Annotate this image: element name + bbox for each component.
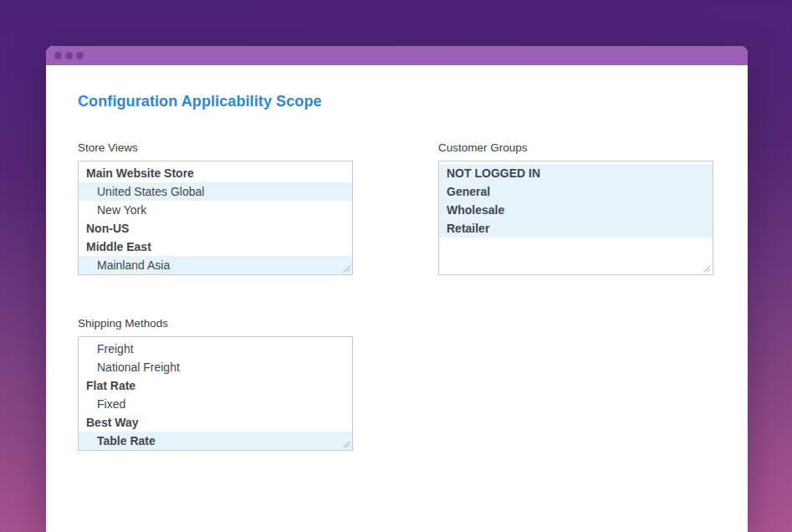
select-option[interactable]: NOT LOGGED IN <box>439 164 713 182</box>
select-option[interactable]: Fixed <box>79 395 352 413</box>
field-store-views: Store Views Main Website StoreUnited Sta… <box>78 141 353 275</box>
window-dot <box>76 52 84 59</box>
select-option[interactable]: Best Way <box>79 413 352 432</box>
window-titlebar <box>46 46 748 65</box>
page-title: Configuration Applicability Scope <box>78 91 322 111</box>
store-views-multiselect[interactable]: Main Website StoreUnited States GlobalNe… <box>78 161 353 275</box>
customer-groups-label: Customer Groups <box>438 141 713 156</box>
page-content: Configuration Applicability Scope Store … <box>46 65 748 532</box>
browser-window: Configuration Applicability Scope Store … <box>46 46 748 532</box>
select-option[interactable]: Freight <box>79 340 352 358</box>
select-option[interactable]: Non-US <box>79 219 352 238</box>
select-option[interactable]: Flat Rate <box>79 376 352 395</box>
shipping-methods-label: Shipping Methods <box>78 316 353 331</box>
resize-handle-icon[interactable] <box>342 440 350 448</box>
select-option[interactable]: Middle East <box>79 238 352 256</box>
window-dot <box>65 52 73 59</box>
window-dot <box>54 52 62 59</box>
resize-handle-icon[interactable] <box>342 264 350 273</box>
select-option[interactable]: Table Rate <box>79 432 352 450</box>
desktop-background: { "window": { "dot_count": 3 }, "page": … <box>0 0 792 532</box>
field-shipping-methods: Shipping Methods FreightNational Freight… <box>78 316 353 451</box>
shipping-methods-multiselect[interactable]: FreightNational FreightFlat RateFixedBes… <box>78 336 353 451</box>
customer-groups-multiselect[interactable]: NOT LOGGED INGeneralWholesaleRetailer <box>438 161 713 275</box>
select-option[interactable]: Retailer <box>439 219 713 238</box>
select-option[interactable]: Wholesale <box>439 201 713 219</box>
select-option[interactable]: General <box>439 182 713 201</box>
field-customer-groups: Customer Groups NOT LOGGED INGeneralWhol… <box>438 141 713 275</box>
select-option[interactable]: New York <box>79 201 352 219</box>
select-option[interactable]: United States Global <box>79 182 352 201</box>
select-option[interactable]: National Freight <box>79 358 352 376</box>
resize-handle-icon[interactable] <box>703 264 711 273</box>
select-option[interactable]: Mainland Asia <box>79 256 352 274</box>
store-views-label: Store Views <box>78 141 353 156</box>
select-option[interactable]: Main Website Store <box>79 164 352 182</box>
